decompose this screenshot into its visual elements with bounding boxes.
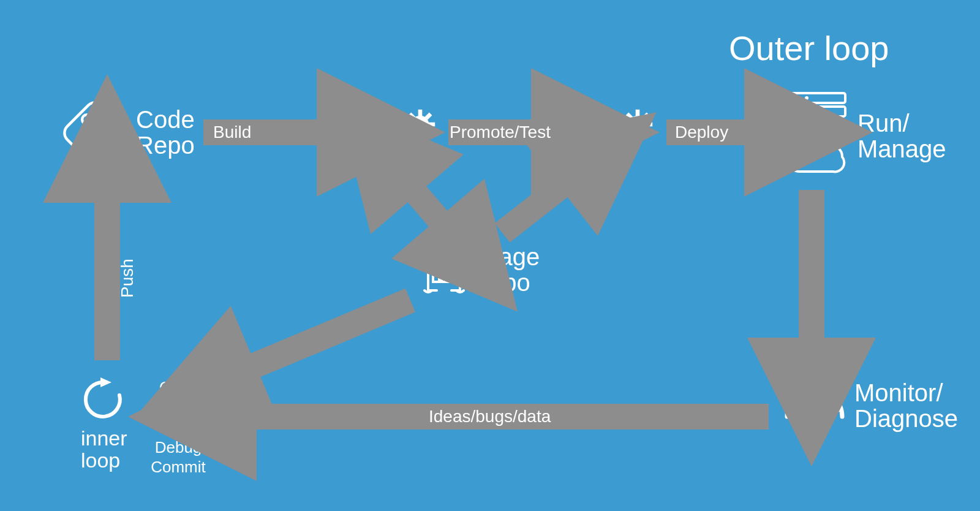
svg-rect-57: [442, 251, 448, 261]
deploy-arrow-label: Deploy: [675, 123, 728, 142]
ideas-arrow-label: Ideas/bugs/data: [429, 407, 551, 426]
inner-loop-icon: [80, 374, 129, 423]
svg-point-47: [790, 96, 794, 100]
svg-rect-7: [418, 132, 423, 139]
svg-point-51: [797, 110, 801, 113]
inner-loop-label: inner loop: [81, 428, 127, 471]
svg-line-63: [798, 398, 802, 402]
svg-rect-17: [397, 153, 401, 159]
svg-rect-56: [433, 251, 439, 261]
svg-rect-9: [428, 123, 435, 127]
svg-rect-8: [405, 123, 412, 127]
cloud-icon: [778, 138, 851, 181]
svg-point-15: [396, 143, 401, 149]
step-commit: Commit: [145, 457, 212, 477]
svg-rect-58: [450, 251, 456, 261]
svg-point-54: [797, 123, 801, 127]
svg-point-35: [613, 143, 619, 149]
svg-line-72: [409, 185, 446, 228]
step-code: Code: [145, 377, 212, 398]
svg-line-62: [791, 411, 796, 412]
svg-rect-38: [603, 144, 609, 148]
build-arrow-label: Build: [213, 123, 251, 142]
svg-rect-39: [624, 144, 629, 148]
servers-icon: [781, 91, 848, 134]
gears-icon-2: [597, 104, 665, 172]
promote-arrow-label: Promote/Test: [450, 123, 551, 142]
svg-point-2: [82, 142, 91, 151]
svg-line-67: [815, 398, 831, 417]
svg-line-73: [502, 180, 570, 233]
svg-rect-61: [450, 272, 456, 282]
svg-marker-68: [100, 377, 111, 387]
svg-rect-59: [433, 272, 439, 282]
code-repo-line1: Code: [136, 106, 195, 133]
monitor-label: Monitor/ Diagnose: [854, 380, 958, 431]
push-arrow-label: Push: [118, 259, 137, 298]
svg-rect-16: [397, 133, 401, 138]
code-repo-label: Code Repo: [136, 107, 195, 158]
svg-point-25: [635, 121, 641, 128]
gauge-icon: [781, 377, 848, 426]
svg-rect-26: [636, 110, 640, 116]
svg-rect-19: [406, 144, 412, 148]
inner-loop-line2: loop: [81, 449, 120, 472]
outer-loop-title: Outer loop: [729, 31, 889, 67]
svg-rect-36: [614, 133, 618, 138]
step-run: Run: [145, 417, 212, 437]
svg-rect-6: [418, 110, 423, 116]
svg-point-53: [790, 123, 794, 127]
svg-rect-29: [646, 123, 652, 127]
inner-loop-steps: Code Test Run Debug Commit: [145, 377, 212, 477]
svg-rect-18: [386, 144, 391, 148]
image-repo-line1: Image: [472, 243, 540, 270]
run-line2: Manage: [858, 135, 946, 162]
step-debug: Debug: [145, 437, 212, 458]
svg-point-52: [805, 110, 809, 113]
svg-line-66: [834, 411, 839, 412]
svg-point-3: [101, 126, 110, 135]
image-repo-label: Image Repo: [472, 244, 540, 295]
gears-icon: [380, 104, 447, 172]
svg-rect-28: [623, 123, 630, 127]
monitor-line2: Diagnose: [854, 405, 958, 432]
svg-rect-27: [636, 132, 640, 139]
svg-rect-60: [442, 272, 448, 282]
cd-label: CD: [564, 104, 599, 130]
svg-point-5: [417, 121, 424, 128]
image-repo-icon: [420, 240, 469, 295]
svg-rect-0: [61, 99, 129, 167]
svg-point-48: [797, 96, 801, 100]
monitor-line1: Monitor/: [854, 379, 943, 406]
svg-rect-37: [614, 153, 618, 159]
svg-point-55: [805, 123, 809, 127]
code-repo-line2: Repo: [136, 132, 195, 159]
svg-point-49: [805, 96, 809, 100]
ci-label: CI: [355, 104, 380, 130]
inner-loop-line1: inner: [81, 426, 127, 450]
diagram-stage: Outer loop Code Repo CI: [0, 0, 980, 511]
svg-line-74: [244, 300, 410, 370]
svg-point-50: [790, 110, 794, 113]
svg-point-1: [82, 115, 91, 124]
run-manage-label: Run/ Manage: [858, 110, 946, 162]
image-repo-line2: Repo: [472, 269, 530, 296]
git-icon: [61, 99, 129, 167]
run-line1: Run/: [858, 110, 910, 137]
step-test: Test: [145, 398, 212, 418]
